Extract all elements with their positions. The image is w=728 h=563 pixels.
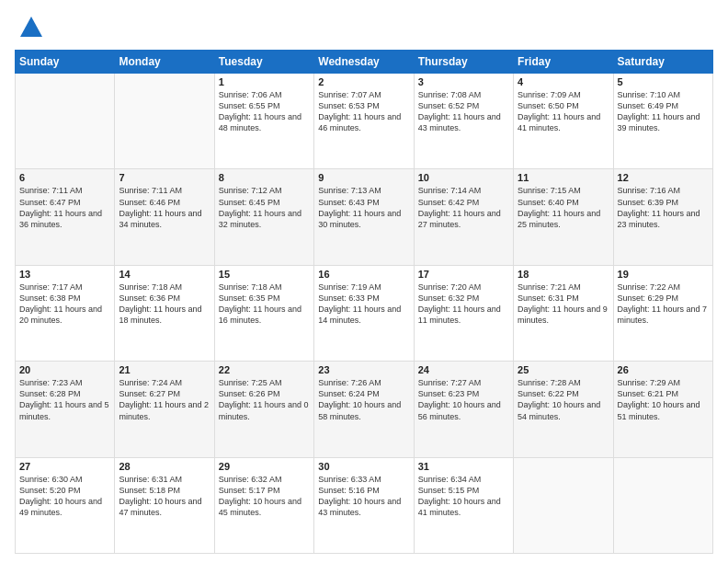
calendar-cell: 1Sunrise: 7:06 AM Sunset: 6:55 PM Daylig… bbox=[214, 74, 313, 169]
day-info: Sunrise: 7:28 AM Sunset: 6:22 PM Dayligh… bbox=[518, 377, 609, 422]
day-info: Sunrise: 7:21 AM Sunset: 6:31 PM Dayligh… bbox=[518, 282, 609, 327]
calendar-cell: 21Sunrise: 7:24 AM Sunset: 6:27 PM Dayli… bbox=[115, 362, 214, 457]
day-number: 19 bbox=[618, 269, 709, 280]
day-number: 14 bbox=[119, 269, 210, 280]
calendar-cell: 23Sunrise: 7:26 AM Sunset: 6:24 PM Dayli… bbox=[314, 362, 414, 457]
day-number: 10 bbox=[418, 172, 509, 183]
calendar-week-1: 6Sunrise: 7:11 AM Sunset: 6:47 PM Daylig… bbox=[16, 169, 713, 265]
calendar-dow-tuesday: Tuesday bbox=[214, 51, 313, 74]
day-info: Sunrise: 7:11 AM Sunset: 6:46 PM Dayligh… bbox=[119, 185, 210, 230]
page: SundayMondayTuesdayWednesdayThursdayFrid… bbox=[0, 0, 728, 563]
calendar-cell bbox=[115, 74, 214, 169]
day-number: 28 bbox=[119, 461, 210, 472]
calendar-cell: 11Sunrise: 7:15 AM Sunset: 6:40 PM Dayli… bbox=[514, 169, 613, 265]
day-info: Sunrise: 7:22 AM Sunset: 6:29 PM Dayligh… bbox=[618, 282, 709, 327]
calendar-cell: 24Sunrise: 7:27 AM Sunset: 6:23 PM Dayli… bbox=[414, 362, 513, 457]
calendar-cell bbox=[16, 74, 115, 169]
calendar-cell: 29Sunrise: 6:32 AM Sunset: 5:17 PM Dayli… bbox=[214, 457, 313, 553]
calendar-dow-monday: Monday bbox=[115, 51, 214, 74]
day-number: 12 bbox=[618, 172, 709, 183]
calendar-week-3: 20Sunrise: 7:23 AM Sunset: 6:28 PM Dayli… bbox=[16, 362, 713, 457]
day-number: 2 bbox=[318, 76, 409, 87]
day-info: Sunrise: 7:27 AM Sunset: 6:23 PM Dayligh… bbox=[418, 377, 509, 422]
calendar-cell: 28Sunrise: 6:31 AM Sunset: 5:18 PM Dayli… bbox=[115, 457, 214, 553]
day-info: Sunrise: 6:33 AM Sunset: 5:16 PM Dayligh… bbox=[318, 474, 409, 519]
day-info: Sunrise: 7:18 AM Sunset: 6:36 PM Dayligh… bbox=[119, 282, 210, 327]
calendar-dow-thursday: Thursday bbox=[414, 51, 513, 74]
day-number: 3 bbox=[418, 76, 509, 87]
day-number: 1 bbox=[219, 76, 310, 87]
day-number: 16 bbox=[318, 269, 409, 280]
day-info: Sunrise: 7:18 AM Sunset: 6:35 PM Dayligh… bbox=[219, 282, 310, 327]
calendar-cell: 15Sunrise: 7:18 AM Sunset: 6:35 PM Dayli… bbox=[214, 265, 313, 361]
day-number: 18 bbox=[518, 269, 609, 280]
calendar-table: SundayMondayTuesdayWednesdayThursdayFrid… bbox=[15, 50, 713, 554]
day-number: 7 bbox=[119, 172, 210, 183]
calendar-cell bbox=[514, 457, 613, 553]
day-info: Sunrise: 7:25 AM Sunset: 6:26 PM Dayligh… bbox=[219, 377, 310, 422]
day-info: Sunrise: 7:09 AM Sunset: 6:50 PM Dayligh… bbox=[518, 89, 609, 134]
day-info: Sunrise: 7:24 AM Sunset: 6:27 PM Dayligh… bbox=[119, 377, 210, 422]
calendar-cell: 26Sunrise: 7:29 AM Sunset: 6:21 PM Dayli… bbox=[613, 362, 712, 457]
day-info: Sunrise: 7:20 AM Sunset: 6:32 PM Dayligh… bbox=[418, 282, 509, 327]
calendar-cell: 12Sunrise: 7:16 AM Sunset: 6:39 PM Dayli… bbox=[613, 169, 712, 265]
calendar-cell: 5Sunrise: 7:10 AM Sunset: 6:49 PM Daylig… bbox=[613, 74, 712, 169]
day-info: Sunrise: 7:11 AM Sunset: 6:47 PM Dayligh… bbox=[19, 185, 110, 230]
calendar-dow-wednesday: Wednesday bbox=[314, 51, 414, 74]
day-number: 21 bbox=[119, 364, 210, 375]
day-number: 29 bbox=[219, 461, 310, 472]
day-number: 25 bbox=[518, 364, 609, 375]
day-number: 30 bbox=[318, 461, 409, 472]
calendar-cell: 2Sunrise: 7:07 AM Sunset: 6:53 PM Daylig… bbox=[314, 74, 414, 169]
calendar-dow-friday: Friday bbox=[514, 51, 613, 74]
day-number: 26 bbox=[618, 364, 709, 375]
day-info: Sunrise: 6:34 AM Sunset: 5:15 PM Dayligh… bbox=[418, 474, 509, 519]
calendar-cell: 17Sunrise: 7:20 AM Sunset: 6:32 PM Dayli… bbox=[414, 265, 513, 361]
calendar-header-row: SundayMondayTuesdayWednesdayThursdayFrid… bbox=[16, 51, 713, 74]
day-info: Sunrise: 7:19 AM Sunset: 6:33 PM Dayligh… bbox=[318, 282, 409, 327]
logo-icon bbox=[18, 15, 44, 40]
calendar-cell: 25Sunrise: 7:28 AM Sunset: 6:22 PM Dayli… bbox=[514, 362, 613, 457]
day-number: 8 bbox=[219, 172, 310, 183]
day-info: Sunrise: 7:06 AM Sunset: 6:55 PM Dayligh… bbox=[219, 89, 310, 134]
calendar-week-0: 1Sunrise: 7:06 AM Sunset: 6:55 PM Daylig… bbox=[16, 74, 713, 169]
day-number: 13 bbox=[19, 269, 110, 280]
calendar-cell: 9Sunrise: 7:13 AM Sunset: 6:43 PM Daylig… bbox=[314, 169, 414, 265]
day-number: 5 bbox=[618, 76, 709, 87]
day-info: Sunrise: 7:16 AM Sunset: 6:39 PM Dayligh… bbox=[618, 185, 709, 230]
day-number: 11 bbox=[518, 172, 609, 183]
calendar-cell bbox=[613, 457, 712, 553]
day-info: Sunrise: 6:30 AM Sunset: 5:20 PM Dayligh… bbox=[19, 474, 110, 519]
calendar-cell: 4Sunrise: 7:09 AM Sunset: 6:50 PM Daylig… bbox=[514, 74, 613, 169]
day-info: Sunrise: 6:32 AM Sunset: 5:17 PM Dayligh… bbox=[219, 474, 310, 519]
svg-marker-0 bbox=[20, 17, 42, 37]
calendar-cell: 3Sunrise: 7:08 AM Sunset: 6:52 PM Daylig… bbox=[414, 74, 513, 169]
day-number: 17 bbox=[418, 269, 509, 280]
header bbox=[15, 15, 713, 40]
calendar-cell: 14Sunrise: 7:18 AM Sunset: 6:36 PM Dayli… bbox=[115, 265, 214, 361]
day-number: 20 bbox=[19, 364, 110, 375]
calendar-dow-sunday: Sunday bbox=[16, 51, 115, 74]
day-info: Sunrise: 7:08 AM Sunset: 6:52 PM Dayligh… bbox=[418, 89, 509, 134]
day-info: Sunrise: 7:17 AM Sunset: 6:38 PM Dayligh… bbox=[19, 282, 110, 327]
calendar-cell: 7Sunrise: 7:11 AM Sunset: 6:46 PM Daylig… bbox=[115, 169, 214, 265]
day-number: 15 bbox=[219, 269, 310, 280]
day-info: Sunrise: 7:23 AM Sunset: 6:28 PM Dayligh… bbox=[19, 377, 110, 422]
day-info: Sunrise: 7:12 AM Sunset: 6:45 PM Dayligh… bbox=[219, 185, 310, 230]
calendar-dow-saturday: Saturday bbox=[613, 51, 712, 74]
calendar-cell: 6Sunrise: 7:11 AM Sunset: 6:47 PM Daylig… bbox=[16, 169, 115, 265]
day-number: 31 bbox=[418, 461, 509, 472]
calendar-cell: 27Sunrise: 6:30 AM Sunset: 5:20 PM Dayli… bbox=[16, 457, 115, 553]
calendar-week-2: 13Sunrise: 7:17 AM Sunset: 6:38 PM Dayli… bbox=[16, 265, 713, 361]
calendar-cell: 31Sunrise: 6:34 AM Sunset: 5:15 PM Dayli… bbox=[414, 457, 513, 553]
day-info: Sunrise: 7:07 AM Sunset: 6:53 PM Dayligh… bbox=[318, 89, 409, 134]
day-info: Sunrise: 7:26 AM Sunset: 6:24 PM Dayligh… bbox=[318, 377, 409, 422]
calendar-cell: 22Sunrise: 7:25 AM Sunset: 6:26 PM Dayli… bbox=[214, 362, 313, 457]
day-info: Sunrise: 6:31 AM Sunset: 5:18 PM Dayligh… bbox=[119, 474, 210, 519]
day-number: 9 bbox=[318, 172, 409, 183]
day-info: Sunrise: 7:29 AM Sunset: 6:21 PM Dayligh… bbox=[618, 377, 709, 422]
logo bbox=[15, 15, 44, 40]
day-info: Sunrise: 7:13 AM Sunset: 6:43 PM Dayligh… bbox=[318, 185, 409, 230]
calendar-cell: 10Sunrise: 7:14 AM Sunset: 6:42 PM Dayli… bbox=[414, 169, 513, 265]
day-info: Sunrise: 7:14 AM Sunset: 6:42 PM Dayligh… bbox=[418, 185, 509, 230]
